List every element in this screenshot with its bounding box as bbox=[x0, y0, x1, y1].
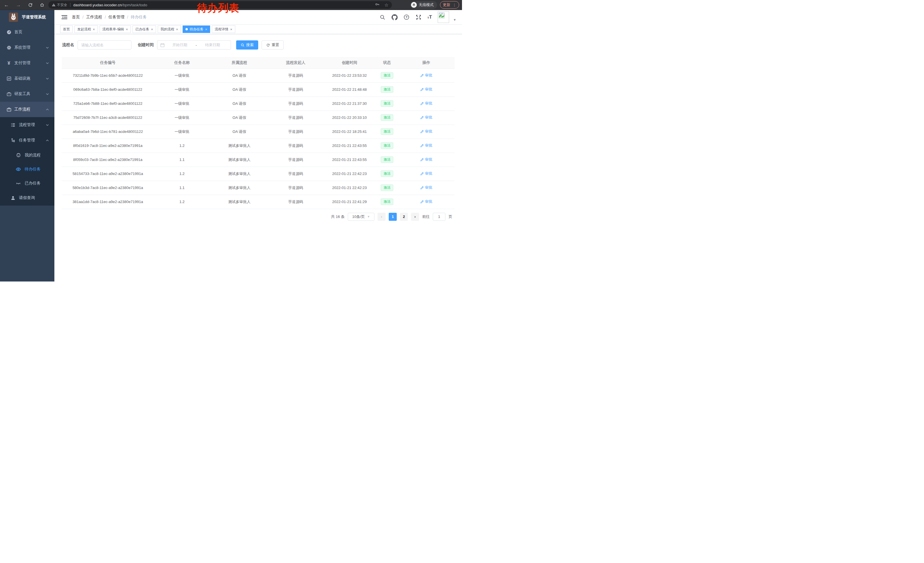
close-tab-icon[interactable]: × bbox=[126, 27, 128, 31]
task-name-cell: 一级审批 bbox=[154, 111, 210, 125]
approve-link[interactable]: 审批 bbox=[420, 171, 432, 176]
table-body: 73211d9d-7b9b-11ec-b5b7-acde48001122一级审批… bbox=[62, 68, 454, 209]
table-row: 381aa1dd-7ac8-11ec-a9e2-a2380e71991a1.2测… bbox=[62, 195, 454, 209]
pencil-icon bbox=[420, 88, 424, 92]
status-cell: 激活 bbox=[376, 153, 398, 167]
process-name-label: 流程名 bbox=[62, 42, 74, 48]
tab-4[interactable]: 已办任务× bbox=[132, 26, 156, 33]
sidebar-item-1[interactable]: 首页 bbox=[0, 24, 54, 40]
close-tab-icon[interactable]: × bbox=[230, 27, 232, 31]
page-button-1[interactable]: 1 bbox=[389, 213, 397, 221]
home-icon[interactable] bbox=[40, 3, 44, 7]
next-page-button[interactable]: › bbox=[411, 213, 419, 221]
approve-link[interactable]: 审批 bbox=[420, 87, 432, 92]
approve-link[interactable]: 审批 bbox=[420, 157, 432, 162]
sidebar-item-12[interactable]: 请假查询 bbox=[0, 190, 54, 206]
tab-label: 发起流程 bbox=[77, 27, 91, 32]
security-warning[interactable]: 不安全 bbox=[52, 3, 67, 8]
action-cell: 审批 bbox=[398, 167, 454, 181]
breadcrumb-item[interactable]: 任务管理 bbox=[108, 15, 124, 20]
approve-link[interactable]: 审批 bbox=[420, 129, 432, 134]
date-range-picker[interactable]: 开始日期 - 结束日期 bbox=[157, 41, 231, 50]
approve-link[interactable]: 审批 bbox=[420, 115, 432, 120]
content: 流程名 创建时间 开始日期 - 结束日期 搜索 bbox=[54, 34, 462, 281]
tab-7[interactable]: 流程详情× bbox=[212, 26, 235, 33]
face-icon bbox=[16, 153, 21, 158]
create-time-cell: 2022-01-21 22:41:29 bbox=[323, 195, 376, 209]
sidebar-item-label: 待办任务 bbox=[25, 167, 40, 172]
chrome-menu-icon[interactable]: ⋮ bbox=[453, 3, 456, 7]
close-tab-icon[interactable]: × bbox=[176, 27, 178, 31]
sidebar-collapse-icon[interactable] bbox=[62, 15, 67, 20]
bookmark-star-icon[interactable]: ☆ bbox=[384, 2, 388, 8]
approve-link[interactable]: 审批 bbox=[420, 73, 432, 78]
approve-link[interactable]: 审批 bbox=[420, 185, 432, 190]
app-logo-row[interactable]: 芋道管理系统 bbox=[0, 10, 54, 24]
reset-button[interactable]: 重置 bbox=[262, 41, 284, 50]
github-icon[interactable] bbox=[391, 14, 398, 20]
action-cell: 审批 bbox=[398, 181, 454, 195]
approve-link[interactable]: 审批 bbox=[420, 199, 432, 204]
breadcrumb-item[interactable]: 工作流程 bbox=[86, 15, 102, 20]
chevron-down-icon bbox=[45, 46, 49, 50]
tab-3[interactable]: 流程表单-编辑× bbox=[100, 26, 131, 33]
chrome-update-button[interactable]: 更新 ⋮ bbox=[440, 1, 459, 9]
sidebar-item-label: 我的流程 bbox=[25, 153, 40, 158]
status-badge: 激活 bbox=[381, 86, 393, 93]
process-cell: 测试多审批人 bbox=[210, 167, 268, 181]
tab-label: 流程表单-编辑 bbox=[102, 27, 124, 32]
security-label: 不安全 bbox=[57, 3, 67, 8]
process-name-input[interactable] bbox=[78, 41, 131, 50]
action-cell: 审批 bbox=[398, 68, 454, 83]
pencil-icon bbox=[420, 102, 424, 105]
sidebar-item-6[interactable]: 工作流程 bbox=[0, 102, 54, 117]
sidebar-item-4[interactable]: 基础设施 bbox=[0, 71, 54, 86]
task-name-cell: 一级审批 bbox=[154, 96, 210, 111]
tab-2[interactable]: 发起流程× bbox=[74, 26, 98, 33]
pencil-icon bbox=[420, 116, 424, 119]
reload-icon[interactable] bbox=[28, 3, 33, 7]
fullscreen-icon[interactable] bbox=[416, 14, 422, 20]
back-icon[interactable]: ← bbox=[4, 3, 9, 8]
forward-icon[interactable]: → bbox=[16, 3, 21, 8]
search-icon[interactable] bbox=[379, 14, 386, 20]
table-header-row: 任务编号任务名称所属流程流程发起人创建时间状态操作 bbox=[62, 57, 454, 68]
search-button[interactable]: 搜索 bbox=[236, 41, 258, 50]
prev-page-button[interactable]: ‹ bbox=[378, 213, 386, 221]
close-tab-icon[interactable]: × bbox=[151, 27, 153, 31]
action-cell: 审批 bbox=[398, 125, 454, 139]
create-time-cell: 2022-01-21 22:42:23 bbox=[323, 181, 376, 195]
gear-icon bbox=[6, 45, 12, 50]
sidebar-item-10[interactable]: 待办任务 bbox=[0, 162, 54, 176]
font-size-icon[interactable]: тT bbox=[428, 14, 432, 20]
sidebar-item-9[interactable]: 我的流程 bbox=[0, 148, 54, 162]
sidebar-item-11[interactable]: 已办任务 bbox=[0, 176, 54, 190]
sidebar-item-2[interactable]: 系统管理 bbox=[0, 40, 54, 55]
tab-5[interactable]: 我的流程× bbox=[158, 26, 181, 33]
starter-cell: 芋道源码 bbox=[268, 195, 323, 209]
page-size-select[interactable]: 10条/页 ▼ bbox=[348, 213, 374, 221]
sidebar-item-3[interactable]: ¥支付管理 bbox=[0, 55, 54, 71]
goto-page-input[interactable] bbox=[433, 213, 446, 221]
tab-6[interactable]: 待办任务× bbox=[183, 26, 210, 33]
sidebar-item-7[interactable]: 流程管理 bbox=[0, 117, 54, 132]
tab-1[interactable]: 首页 bbox=[60, 26, 73, 33]
sidebar-menu: 首页系统管理¥支付管理基础设施研发工具工作流程流程管理任务管理我的流程待办任务已… bbox=[0, 24, 54, 281]
approve-link[interactable]: 审批 bbox=[420, 101, 432, 106]
approve-link[interactable]: 审批 bbox=[420, 143, 432, 148]
reset-icon bbox=[266, 43, 270, 47]
help-icon[interactable]: ? bbox=[404, 14, 410, 20]
breadcrumb-item[interactable]: 首页 bbox=[72, 15, 80, 20]
page-button-2[interactable]: 2 bbox=[400, 213, 408, 221]
close-tab-icon[interactable]: × bbox=[93, 27, 95, 31]
sidebar-item-8[interactable]: 任务管理 bbox=[0, 132, 54, 148]
close-tab-icon[interactable]: × bbox=[205, 27, 207, 31]
pencil-icon bbox=[420, 74, 424, 77]
status-badge: 激活 bbox=[381, 128, 393, 135]
avatar-dropdown-caret[interactable]: ▼ bbox=[453, 18, 456, 21]
active-tab-dot bbox=[186, 28, 188, 30]
sidebar-item-5[interactable]: 研发工具 bbox=[0, 86, 54, 102]
password-key-icon[interactable] bbox=[375, 2, 380, 8]
task-id-cell: 8f059c03-7ac8-11ec-a9e2-a2380e71991a bbox=[62, 153, 154, 167]
avatar[interactable] bbox=[438, 12, 449, 23]
